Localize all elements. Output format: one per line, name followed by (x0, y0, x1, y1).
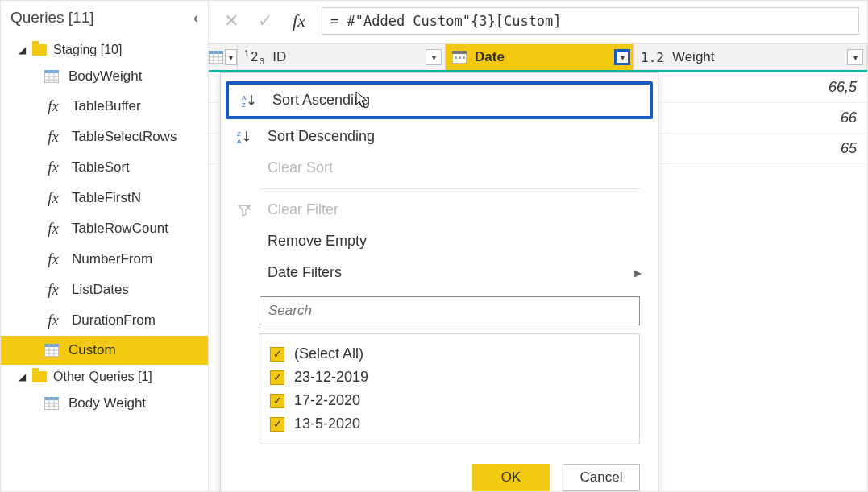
table-options-dropdown-icon[interactable]: ▾ (225, 49, 237, 65)
menu-item-label: Sort Descending (268, 128, 642, 145)
svg-text:A: A (237, 138, 242, 144)
ok-button[interactable]: OK (472, 464, 550, 491)
query-item[interactable]: fxNumberFrom (1, 244, 208, 275)
collapse-sidebar-chevron-icon[interactable]: ‹ (193, 10, 198, 27)
query-group-other[interactable]: ◢ Other Queries [1] (1, 365, 208, 389)
query-item-label: TableSort (72, 159, 130, 176)
filter-value-list: ✓(Select All)✓23-12-2019✓17-2-2020✓13-5-… (260, 333, 640, 444)
date-type-icon (452, 51, 467, 64)
table-icon (209, 51, 223, 64)
menu-sort-descending[interactable]: ZA Sort Descending (221, 121, 658, 152)
svg-rect-26 (455, 56, 457, 59)
column-label: Weight (672, 49, 715, 65)
column-filter-dropdown-icon[interactable]: ▾ (426, 49, 442, 65)
table-icon (44, 344, 59, 357)
chevron-down-icon: ◢ (19, 44, 26, 56)
fx-icon: fx (44, 312, 62, 329)
fx-icon[interactable]: fx (288, 10, 310, 32)
formula-input[interactable] (322, 7, 859, 35)
sort-asc-icon: AZ (239, 93, 260, 108)
checkbox-icon[interactable]: ✓ (270, 370, 284, 385)
query-item-label: ListDates (72, 282, 129, 298)
filter-value-label: (Select All) (294, 345, 363, 362)
group-label: Other Queries [1] (53, 370, 152, 384)
chevron-down-icon: ◢ (19, 371, 26, 382)
formula-cancel-icon[interactable]: ✕ (220, 10, 243, 32)
sort-desc-icon: ZA (234, 130, 255, 144)
svg-rect-28 (463, 56, 465, 59)
folder-icon (32, 44, 47, 56)
query-item-label: BodyWeight (69, 68, 142, 85)
filter-value-row[interactable]: ✓23-12-2019 (270, 366, 629, 389)
query-item-label: TableBuffer (72, 98, 141, 114)
query-item[interactable]: fxTableSort (1, 152, 208, 183)
filter-search-input[interactable] (260, 296, 640, 325)
menu-item-label: Sort Ascending (272, 92, 633, 109)
query-item[interactable]: fxTableRowCount (1, 213, 208, 244)
sidebar-title: Queries [11] (10, 9, 94, 27)
svg-text:Z: Z (242, 101, 246, 108)
query-group-staging[interactable]: ◢ Staging [10] (1, 38, 208, 62)
query-item[interactable]: fxListDates (1, 275, 208, 305)
svg-rect-1 (44, 70, 59, 73)
cancel-button[interactable]: Cancel (563, 464, 640, 491)
menu-item-label: Clear Filter (268, 201, 642, 218)
filter-value-row[interactable]: ✓13-5-2020 (270, 412, 629, 436)
column-filter-dropdown-icon[interactable]: ▾ (847, 49, 863, 65)
checkbox-icon[interactable]: ✓ (270, 394, 284, 408)
query-item[interactable]: fxTableBuffer (1, 91, 208, 122)
menu-item-label: Date Filters (268, 264, 621, 281)
menu-sort-ascending[interactable]: AZ Sort Ascending (226, 81, 653, 119)
column-header-weight[interactable]: 1.2 Weight ▾ (634, 44, 867, 70)
column-filter-menu: AZ Sort Ascending ZA Sort Descending Cle… (220, 72, 658, 492)
filter-value-label: 17-2-2020 (294, 392, 360, 409)
query-item-label: Body Weight (69, 395, 146, 411)
query-item[interactable]: fxTableSelectRows (1, 122, 208, 152)
svg-text:A: A (242, 94, 247, 101)
query-item[interactable]: fxTableFirstN (1, 183, 208, 213)
column-header-id[interactable]: 123 ID ▾ (238, 44, 446, 70)
table-icon (44, 397, 59, 410)
filter-value-row[interactable]: ✓17-2-2020 (270, 389, 629, 412)
folder-icon (32, 371, 47, 382)
query-item[interactable]: fxDurationFrom (1, 305, 208, 336)
fx-icon: fx (44, 189, 62, 207)
table-icon (44, 70, 59, 83)
query-item-label: TableRowCount (72, 221, 168, 237)
menu-clear-sort: Clear Sort (221, 152, 658, 184)
column-filter-dropdown-icon[interactable]: ▾ (614, 49, 630, 65)
query-item[interactable]: Body Weight (1, 389, 208, 418)
checkbox-icon[interactable]: ✓ (270, 417, 284, 432)
whole-number-type-icon: 123 (244, 50, 264, 64)
query-item[interactable]: BodyWeight (1, 62, 208, 91)
filter-value-label: 23-12-2019 (294, 369, 368, 386)
menu-separator (260, 188, 640, 189)
menu-date-filters[interactable]: Date Filters ▶ (221, 257, 658, 288)
query-item-label: NumberFrom (72, 251, 152, 267)
fx-icon: fx (44, 159, 62, 176)
menu-remove-empty[interactable]: Remove Empty (221, 225, 658, 257)
checkbox-icon[interactable]: ✓ (270, 347, 284, 362)
svg-rect-7 (44, 344, 59, 347)
menu-item-label: Clear Sort (268, 159, 642, 176)
fx-icon: fx (44, 128, 62, 146)
query-item[interactable]: Custom (1, 336, 208, 365)
filter-value-row[interactable]: ✓(Select All) (270, 342, 629, 366)
column-header-date[interactable]: Date ▾ (446, 44, 634, 70)
query-item-label: TableFirstN (72, 190, 141, 206)
decimal-type-icon: 1.2 (641, 50, 664, 65)
svg-rect-13 (44, 397, 59, 400)
cell-weight[interactable]: 65 (634, 134, 867, 163)
fx-icon: fx (44, 250, 62, 268)
svg-rect-19 (209, 51, 223, 54)
table-options-cell[interactable]: ▾ (209, 44, 238, 70)
grid-body: 66,5 66 65 AZ Sort Ascending (209, 72, 867, 164)
formula-commit-icon[interactable]: ✓ (254, 10, 276, 32)
svg-text:Z: Z (237, 130, 241, 138)
svg-rect-25 (452, 51, 467, 54)
cell-weight[interactable]: 66,5 (634, 72, 867, 102)
column-label: ID (272, 49, 286, 65)
cell-weight[interactable]: 66 (634, 103, 867, 133)
query-item-label: DurationFrom (72, 312, 156, 329)
fx-icon: fx (44, 281, 62, 299)
